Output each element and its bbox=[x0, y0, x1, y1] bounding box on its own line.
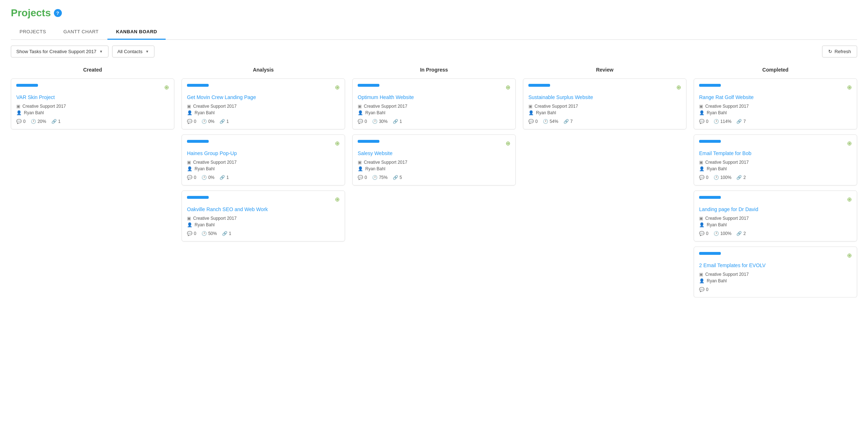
card-person-row: 👤 Ryan Bahl bbox=[16, 110, 169, 115]
card-person: Ryan Bahl bbox=[707, 222, 727, 227]
drag-icon[interactable]: ⊕ bbox=[506, 140, 510, 147]
card-person: Ryan Bahl bbox=[536, 110, 556, 115]
comment-count: 0 bbox=[706, 175, 709, 180]
card-title[interactable]: VAR Skin Project bbox=[16, 94, 169, 100]
progress-item: 🕐 100% bbox=[714, 175, 732, 180]
link-icon: 🔗 bbox=[393, 119, 398, 124]
drag-icon[interactable]: ⊕ bbox=[335, 84, 340, 91]
card-title[interactable]: Landing page for Dr David bbox=[699, 206, 852, 212]
links-item: 🔗 7 bbox=[563, 119, 573, 124]
chevron-down-icon: ▼ bbox=[145, 50, 149, 54]
column-header-analysis: Analysis bbox=[182, 63, 345, 78]
comments-item: 💬 0 bbox=[699, 119, 709, 124]
progress-item: 🕐 50% bbox=[201, 231, 217, 236]
card-person-row: 👤 Ryan Bahl bbox=[699, 110, 852, 115]
card-company: Creative Support 2017 bbox=[193, 216, 237, 221]
refresh-button[interactable]: ↻ Refresh bbox=[822, 46, 857, 57]
drag-icon[interactable]: ⊕ bbox=[847, 196, 852, 203]
column-header-in-progress: In Progress bbox=[352, 63, 516, 78]
card-tag bbox=[187, 84, 209, 87]
tab-gantt-chart[interactable]: GANTT CHART bbox=[55, 25, 107, 40]
comment-count: 0 bbox=[23, 119, 26, 124]
column-completed: Completed ⊕ Range Rat Golf Website ▣ Cre… bbox=[690, 63, 861, 298]
comment-count: 0 bbox=[706, 231, 709, 236]
card-footer: 💬 0 🕐 0% 🔗 1 bbox=[187, 175, 340, 180]
card-company-row: ▣ Creative Support 2017 bbox=[16, 104, 169, 109]
drag-icon[interactable]: ⊕ bbox=[847, 140, 852, 147]
kanban-card: ⊕ Landing page for Dr David ▣ Creative S… bbox=[694, 191, 857, 241]
tab-projects[interactable]: PROJECTS bbox=[11, 25, 55, 40]
card-tag bbox=[187, 196, 209, 199]
page-header: Projects ? PROJECTS GANTT CHART KANBAN B… bbox=[0, 0, 868, 40]
card-company: Creative Support 2017 bbox=[193, 104, 237, 109]
kanban-card: ⊕ Salesy Website ▣ Creative Support 2017… bbox=[352, 134, 516, 185]
progress-item: 🕐 54% bbox=[543, 119, 558, 124]
card-footer: 💬 0 bbox=[699, 287, 852, 292]
card-title[interactable]: Sustainable Surplus Website bbox=[528, 94, 681, 100]
drag-icon[interactable]: ⊕ bbox=[335, 140, 340, 147]
column-header-created: Created bbox=[11, 63, 174, 78]
card-meta: ▣ Creative Support 2017 👤 Ryan Bahl bbox=[699, 160, 852, 171]
card-company: Creative Support 2017 bbox=[705, 160, 749, 165]
card-tag bbox=[699, 196, 721, 199]
card-person: Ryan Bahl bbox=[365, 110, 385, 115]
comments-item: 💬 0 bbox=[699, 175, 709, 180]
card-meta: ▣ Creative Support 2017 👤 Ryan Bahl bbox=[187, 104, 340, 115]
person-icon: 👤 bbox=[187, 222, 192, 227]
drag-icon[interactable]: ⊕ bbox=[164, 84, 169, 91]
kanban-card: ⊕ 2 Email Templates for EVOLV ▣ Creative… bbox=[694, 247, 857, 298]
drag-icon[interactable]: ⊕ bbox=[847, 84, 852, 91]
card-title[interactable]: Oakville Ranch SEO and Web Work bbox=[187, 206, 340, 212]
tab-kanban-board[interactable]: KANBAN BOARD bbox=[107, 25, 166, 40]
toolbar: Show Tasks for Creative Support 2017 ▼ A… bbox=[0, 40, 868, 63]
help-icon[interactable]: ? bbox=[54, 9, 62, 17]
card-title[interactable]: Salesy Website bbox=[358, 150, 510, 156]
comment-icon: 💬 bbox=[699, 287, 705, 292]
comment-icon: 💬 bbox=[187, 175, 192, 180]
progress-value: 54% bbox=[550, 119, 558, 124]
links-item: 🔗 1 bbox=[393, 119, 402, 124]
link-icon: 🔗 bbox=[736, 119, 742, 124]
filter-tasks-dropdown[interactable]: Show Tasks for Creative Support 2017 ▼ bbox=[11, 46, 109, 57]
card-footer: 💬 0 🕐 0% 🔗 1 bbox=[187, 119, 340, 124]
drag-icon[interactable]: ⊕ bbox=[335, 196, 340, 203]
card-title[interactable]: Get Movin Crew Landing Page bbox=[187, 94, 340, 100]
comments-item: 💬 0 bbox=[699, 231, 709, 236]
card-company-row: ▣ Creative Support 2017 bbox=[699, 160, 852, 165]
card-top: ⊕ bbox=[699, 252, 852, 259]
card-title[interactable]: Haines Group Pop-Up bbox=[187, 150, 340, 156]
links-item: 🔗 1 bbox=[220, 175, 229, 180]
person-icon: 👤 bbox=[699, 110, 705, 115]
refresh-icon: ↻ bbox=[828, 49, 832, 54]
progress-item: 🕐 75% bbox=[372, 175, 388, 180]
card-person-row: 👤 Ryan Bahl bbox=[187, 110, 340, 115]
card-meta: ▣ Creative Support 2017 👤 Ryan Bahl bbox=[187, 216, 340, 227]
column-analysis: Analysis ⊕ Get Movin Crew Landing Page ▣… bbox=[178, 63, 349, 298]
card-title[interactable]: Optimum Health Website bbox=[358, 94, 510, 100]
card-top: ⊕ bbox=[16, 84, 169, 91]
links-item: 🔗 5 bbox=[393, 175, 402, 180]
filter-contacts-dropdown[interactable]: All Contacts ▼ bbox=[112, 46, 154, 57]
card-title[interactable]: Range Rat Golf Website bbox=[699, 94, 852, 100]
page-title: Projects ? bbox=[11, 7, 857, 19]
column-header-review: Review bbox=[523, 63, 686, 78]
card-title[interactable]: 2 Email Templates for EVOLV bbox=[699, 262, 852, 268]
drag-icon[interactable]: ⊕ bbox=[676, 84, 681, 91]
card-person: Ryan Bahl bbox=[195, 166, 214, 171]
card-title[interactable]: Email Template for Bob bbox=[699, 150, 852, 156]
card-person: Ryan Bahl bbox=[195, 222, 214, 227]
drag-icon[interactable]: ⊕ bbox=[847, 252, 852, 259]
kanban-card: ⊕ Get Movin Crew Landing Page ▣ Creative… bbox=[182, 78, 345, 129]
card-meta: ▣ Creative Support 2017 👤 Ryan Bahl bbox=[187, 160, 340, 171]
card-tag bbox=[699, 84, 721, 87]
card-company-row: ▣ Creative Support 2017 bbox=[358, 104, 510, 109]
links-item: 🔗 2 bbox=[736, 231, 746, 236]
progress-value: 0% bbox=[208, 119, 214, 124]
card-company: Creative Support 2017 bbox=[22, 104, 66, 109]
card-company: Creative Support 2017 bbox=[193, 160, 237, 165]
card-meta: ▣ Creative Support 2017 👤 Ryan Bahl bbox=[358, 160, 510, 171]
drag-icon[interactable]: ⊕ bbox=[506, 84, 510, 91]
kanban-card: ⊕ Haines Group Pop-Up ▣ Creative Support… bbox=[182, 134, 345, 185]
card-footer: 💬 0 🕐 75% 🔗 5 bbox=[358, 175, 510, 180]
card-tag bbox=[699, 140, 721, 143]
